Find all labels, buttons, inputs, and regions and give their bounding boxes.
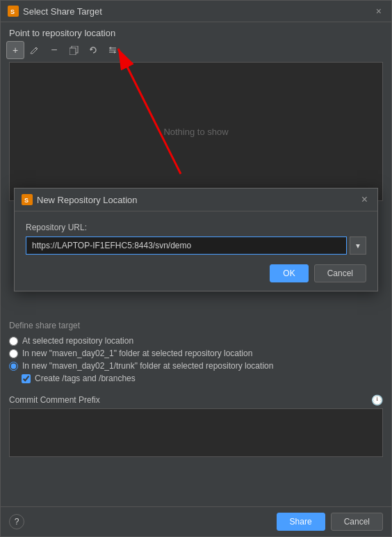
url-input-row: ▼ (26, 237, 366, 255)
sub-dialog-title-bar: S New Repository Location × (15, 189, 377, 211)
checkbox-create-tags-label: Create /tags and /branches (35, 374, 136, 383)
repo-list-area: Nothing to show (9, 62, 383, 201)
title-bar: S Select Share Target × (1, 1, 391, 22)
radio-option-1-label: At selected repository location (22, 336, 133, 346)
radio-option-1-input[interactable] (9, 337, 18, 346)
define-section: Define share target At selected reposito… (1, 315, 391, 390)
help-button[interactable]: ? (9, 514, 24, 529)
radio-option-2[interactable]: In new "maven_day02_1" folder at selecte… (9, 347, 383, 360)
action-buttons: Share Cancel (277, 513, 383, 531)
checkbox-create-tags[interactable]: Create /tags and /branches (22, 372, 383, 385)
svg-text:S: S (10, 8, 15, 15)
copy-repo-button[interactable] (65, 41, 83, 59)
collapse-repo-button[interactable] (104, 41, 122, 59)
svg-rect-3 (70, 48, 76, 55)
commit-section: Commit Comment Prefix 🕛 (1, 390, 391, 462)
share-button[interactable]: Share (277, 513, 325, 531)
window-close-button[interactable]: × (373, 5, 384, 17)
repo-url-input[interactable] (26, 237, 347, 255)
add-repo-button[interactable]: + (6, 41, 24, 59)
checkbox-create-tags-input[interactable] (22, 374, 31, 383)
window-icon: S (8, 6, 19, 17)
commit-comment-textarea[interactable] (9, 408, 383, 457)
sub-dialog-cancel-button[interactable]: Cancel (314, 264, 366, 282)
sub-dialog: S New Repository Location × Repository U… (14, 188, 378, 291)
repo-section-header: Point to repository location (1, 22, 391, 40)
repo-url-label: Repository URL: (26, 223, 366, 232)
cancel-button[interactable]: Cancel (331, 513, 383, 531)
commit-comment-label: Commit Comment Prefix (9, 395, 100, 405)
bottom-bar: ? Share Cancel (1, 506, 391, 536)
sub-dialog-icon: S (22, 194, 33, 205)
radio-option-3-input[interactable] (9, 362, 18, 371)
remove-repo-button[interactable]: − (45, 41, 63, 59)
repo-toolbar: + − (1, 40, 391, 62)
define-section-title: Define share target (9, 321, 383, 330)
svg-marker-4 (90, 48, 93, 51)
radio-option-2-label: In new "maven_day02_1" folder at selecte… (22, 348, 252, 358)
window-title: Select Share Target (23, 6, 369, 17)
sub-dialog-body: Repository URL: ▼ OK Cancel (15, 211, 377, 291)
commit-clock-icon[interactable]: 🕛 (371, 394, 383, 406)
empty-list-text: Nothing to show (163, 127, 228, 137)
sub-dialog-buttons: OK Cancel (26, 264, 366, 282)
repo-section-label: Point to repository location (9, 28, 383, 38)
commit-label-row: Commit Comment Prefix 🕛 (9, 394, 383, 406)
svg-text:S: S (24, 197, 28, 204)
radio-option-1[interactable]: At selected repository location (9, 335, 383, 347)
radio-option-3-label: In new "maven_day02_1/trunk" folder at s… (22, 361, 273, 371)
url-dropdown-button[interactable]: ▼ (350, 237, 366, 255)
radio-option-2-input[interactable] (9, 349, 18, 358)
edit-repo-button[interactable] (26, 41, 44, 59)
sub-dialog-ok-button[interactable]: OK (270, 264, 308, 282)
sub-dialog-close-button[interactable]: × (359, 193, 370, 207)
sub-dialog-title: New Repository Location (37, 195, 354, 205)
refresh-repo-button[interactable] (84, 41, 102, 59)
radio-option-3[interactable]: In new "maven_day02_1/trunk" folder at s… (9, 360, 383, 372)
